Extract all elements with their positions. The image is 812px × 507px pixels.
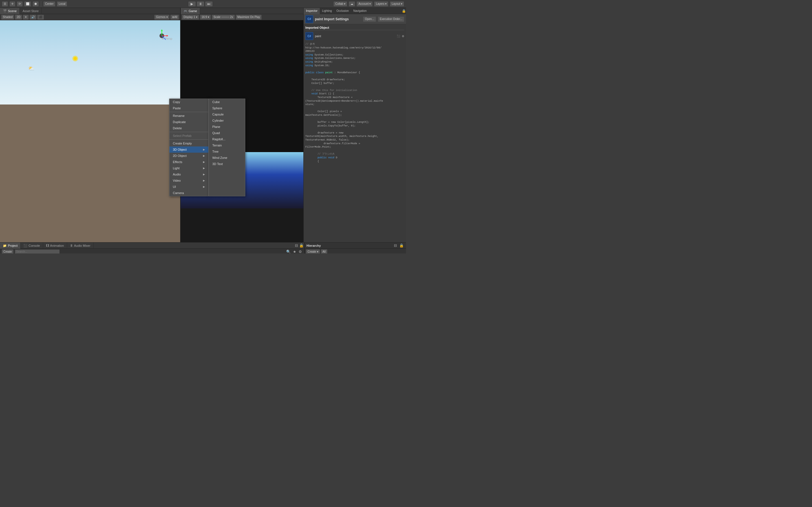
ctx-paste[interactable]: Paste <box>169 105 208 111</box>
light-btn[interactable]: ☀ <box>23 15 29 20</box>
ratio-dropdown[interactable]: 16:9 ▾ <box>200 15 211 20</box>
top-toolbar: ☰ ✛ ⟳ ⬜ ⬢ Center Local ▶ ⏸ ⏭ Collab ▾ ☁ … <box>0 0 406 8</box>
hier-create-btn[interactable]: Create ▾ <box>306 249 320 254</box>
cs-icon: C# <box>305 15 313 23</box>
ctx-copy[interactable]: Copy <box>169 99 208 105</box>
hier-header: Hierarchy ⊟ 🔒 <box>305 242 406 249</box>
project-icon: 📁 <box>3 242 7 249</box>
game-tabs: 🎮 Game <box>181 8 303 14</box>
ctx-delete[interactable]: Delete <box>169 125 208 131</box>
ctx-rename[interactable]: Rename <box>169 113 208 119</box>
ctx-effects[interactable]: Effects ▶ <box>169 159 208 165</box>
account-btn[interactable]: Account ▾ <box>356 1 373 7</box>
ctx-video-arrow: ▶ <box>203 179 205 182</box>
layout-btn[interactable]: Layout ▾ <box>390 1 404 7</box>
transform-move-btn[interactable]: ✛ <box>9 1 15 7</box>
ctx-sub-terrain[interactable]: Terrain <box>209 142 245 149</box>
pause-btn[interactable]: ⏸ <box>197 1 204 7</box>
ctx-sub-3dtext[interactable]: 3D Text <box>209 161 245 167</box>
tab-project[interactable]: 📁 Project <box>0 242 20 249</box>
tab-audio-mixer[interactable]: 🎚 Audio Mixer <box>67 242 94 249</box>
code-line-using2: using System.Collections.Generic; <box>305 57 404 60</box>
imported-cs-icon: C# <box>305 32 313 40</box>
play-btn[interactable]: ▶ <box>188 1 196 7</box>
ctx-sub-cube[interactable]: Cube <box>209 99 245 105</box>
ctx-video[interactable]: Video ▶ <box>169 177 208 184</box>
shaded-dropdown[interactable]: Shaded <box>1 15 14 20</box>
ctx-create-empty[interactable]: Create Empty <box>169 140 208 147</box>
ctx-sub-sphere[interactable]: Sphere <box>209 105 245 111</box>
transform-rect-btn[interactable]: ⬢ <box>33 1 39 7</box>
collab-btn[interactable]: Collab ▾ <box>333 1 347 7</box>
step-btn[interactable]: ⏭ <box>205 1 213 7</box>
ctx-video-label: Video <box>173 179 181 182</box>
hier-lock-btn[interactable]: 🔒 <box>399 243 404 247</box>
hier-collapse-btn[interactable]: ⊟ <box>393 243 398 247</box>
display-dropdown[interactable]: Display 1 ▾ <box>182 15 199 20</box>
search-icon-btn[interactable]: 🔍 <box>286 249 291 253</box>
cloud-btn[interactable]: ☁ <box>349 1 355 7</box>
tab-game[interactable]: 🎮 Game <box>181 8 200 14</box>
code-line-using3: using UnityEngine; <box>305 60 404 64</box>
tab-navigation[interactable]: Navigation <box>351 8 369 14</box>
ctx-sub-tree[interactable]: Tree <box>209 149 245 155</box>
scale-btn[interactable]: Scale ──── 2x <box>212 15 235 20</box>
transform-scale-btn[interactable]: ⬜ <box>24 1 31 7</box>
ctx-2d-object[interactable]: 2D Object ▶ <box>169 153 208 159</box>
tab-lighting[interactable]: Lighting <box>320 8 334 14</box>
ctx-3d-label: 3D Object <box>173 148 187 151</box>
center-btn[interactable]: Center <box>43 1 56 7</box>
tab-scene[interactable]: 🎬 Scene <box>0 8 20 14</box>
code-area: // 参考 http://nn-hokuson.hatenablog.com/e… <box>305 43 404 163</box>
code-line-brace: { <box>305 160 404 163</box>
ctx-light[interactable]: Light ▶ <box>169 165 208 171</box>
imported-object-title: Imported Object <box>305 25 404 30</box>
ctx-sub-cylinder[interactable]: Cylinder <box>209 117 245 124</box>
tab-asset-store-label: Asset Store <box>22 8 39 14</box>
code-line-using1: using System.Collections; <box>305 53 404 57</box>
transform-hand-btn[interactable]: ☰ <box>2 1 8 7</box>
open-btn[interactable]: Open... <box>363 16 376 22</box>
hier-all-btn[interactable]: All <box>321 249 327 254</box>
tab-asset-store[interactable]: Asset Store <box>20 8 42 14</box>
2d-btn[interactable]: 2D <box>15 15 22 20</box>
ctx-camera[interactable]: Camera <box>169 190 208 196</box>
tab-console-label: Console <box>29 242 40 249</box>
ctx-audio[interactable]: Audio ▶ <box>169 171 208 177</box>
create-btn[interactable]: Create <box>2 249 13 254</box>
hier-toolbar: Create ▾ All <box>305 249 406 253</box>
panel-collapse-btn[interactable]: ⊟ <box>294 243 299 247</box>
tab-inspector[interactable]: Inspector <box>304 8 320 14</box>
ctx-duplicate[interactable]: Duplicate <box>169 119 208 125</box>
transform-rotate-btn[interactable]: ⟳ <box>17 1 23 7</box>
maximize-btn[interactable]: Maximize On Play <box>236 15 262 20</box>
scene-cloud: ⛅ <box>28 65 35 71</box>
ctx-sub-capsule[interactable]: Capsule <box>209 111 245 117</box>
ctx-ui[interactable]: UI ▶ <box>169 184 208 190</box>
ctx-sub-quad[interactable]: Quad <box>209 130 245 136</box>
ctx-sub-plane[interactable]: Plane <box>209 124 245 130</box>
fx-btn[interactable]: ⬛ <box>37 15 44 20</box>
audio-btn[interactable]: 🔊 <box>30 15 36 20</box>
layers-btn[interactable]: Layers ▾ <box>374 1 389 7</box>
play-controls: ▶ ⏸ ⏭ <box>188 1 213 7</box>
tab-console[interactable]: ⬛ Console <box>20 242 43 249</box>
panel-lock-btn[interactable]: 🔒 <box>299 243 304 247</box>
ctx-sub-ragdoll[interactable]: Ragdoll... <box>209 136 245 142</box>
ctx-2d-arrow: ▶ <box>203 154 205 157</box>
ctx-3d-object[interactable]: 3D Object ▶ <box>169 147 208 153</box>
all-dropdown[interactable]: ⊕All <box>170 15 179 20</box>
settings-icon-btn[interactable]: ⚙ <box>298 249 303 253</box>
search-input[interactable] <box>15 249 60 254</box>
tab-occlusion[interactable]: Occlusion <box>334 8 351 14</box>
ctx-sub-windzone[interactable]: Wind Zone <box>209 155 245 161</box>
execution-order-btn[interactable]: Execution Order... <box>378 16 404 22</box>
imported-gear-icon[interactable]: ⚙ <box>402 35 404 38</box>
code-line-blank3 <box>305 85 404 89</box>
local-btn[interactable]: Local <box>57 1 67 7</box>
code-line-blank2 <box>305 74 404 78</box>
star-icon-btn[interactable]: ★ <box>292 249 297 253</box>
tab-animation[interactable]: 🎞 Animation <box>43 242 67 249</box>
gizmos-dropdown[interactable]: Gizmos ▾ <box>154 15 169 20</box>
code-line-blank4 <box>305 107 404 110</box>
